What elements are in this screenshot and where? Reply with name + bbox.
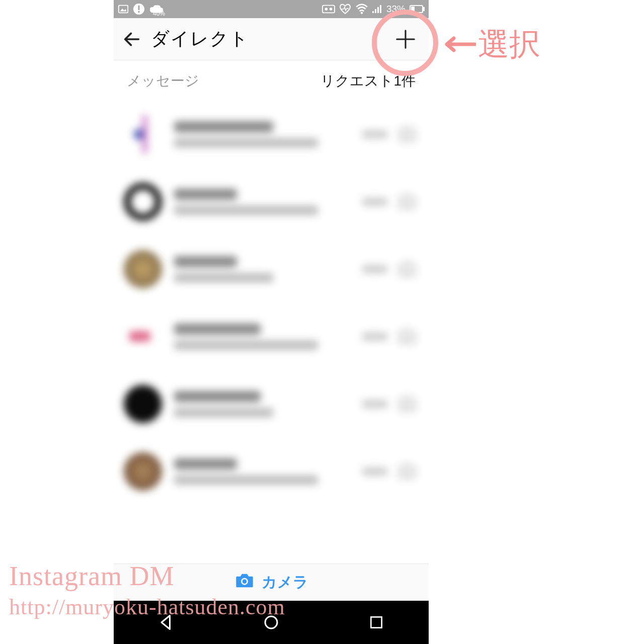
camera-icon[interactable] bbox=[395, 392, 419, 416]
svg-point-21 bbox=[404, 469, 411, 476]
camera-icon[interactable] bbox=[395, 190, 419, 213]
avatar bbox=[124, 115, 162, 153]
list-item[interactable] bbox=[119, 370, 424, 438]
vr-icon bbox=[322, 5, 335, 14]
phone-frame: 40% 33% bbox=[114, 0, 429, 644]
svg-point-16 bbox=[404, 132, 411, 139]
watermark-line2: http://muryoku-hatsuden.com bbox=[9, 593, 285, 621]
avatar bbox=[124, 250, 162, 288]
list-item[interactable] bbox=[119, 235, 424, 303]
svg-marker-1 bbox=[120, 9, 127, 12]
svg-rect-4 bbox=[138, 11, 140, 13]
heart-icon bbox=[339, 3, 351, 15]
svg-rect-11 bbox=[377, 7, 379, 13]
camera-icon[interactable] bbox=[395, 325, 419, 348]
svg-rect-14 bbox=[423, 7, 425, 11]
svg-point-18 bbox=[404, 267, 411, 274]
svg-point-17 bbox=[404, 199, 411, 206]
avatar bbox=[124, 317, 162, 356]
svg-point-7 bbox=[330, 8, 333, 11]
avatar bbox=[124, 183, 162, 221]
svg-rect-5 bbox=[323, 6, 335, 13]
svg-point-6 bbox=[325, 8, 328, 11]
svg-rect-3 bbox=[138, 6, 140, 10]
wifi-icon bbox=[355, 4, 368, 15]
camera-icon[interactable] bbox=[395, 460, 419, 483]
list-item[interactable] bbox=[119, 303, 424, 370]
conversation-list[interactable] bbox=[114, 101, 429, 564]
avatar bbox=[124, 452, 162, 491]
svg-point-19 bbox=[404, 334, 411, 341]
svg-point-8 bbox=[361, 12, 363, 14]
list-item[interactable] bbox=[119, 438, 424, 505]
avatar bbox=[124, 385, 162, 423]
svg-rect-10 bbox=[375, 9, 376, 13]
app-header: ダイレクト bbox=[114, 18, 429, 60]
picture-icon bbox=[118, 4, 129, 15]
nav-recents-button[interactable] bbox=[364, 610, 389, 635]
page-title: ダイレクト bbox=[151, 27, 249, 51]
cloud-percent: 40% bbox=[153, 10, 165, 17]
annotation-arrow: 選択 bbox=[441, 23, 540, 65]
cloud-icon: 40% bbox=[149, 4, 164, 14]
battery-icon bbox=[410, 5, 425, 13]
back-button[interactable] bbox=[122, 29, 142, 49]
requests-link[interactable]: リクエスト1件 bbox=[320, 71, 416, 91]
sub-header: メッセージ リクエスト1件 bbox=[114, 60, 429, 101]
compose-button[interactable] bbox=[390, 24, 421, 54]
svg-rect-25 bbox=[371, 617, 381, 627]
camera-icon[interactable] bbox=[395, 123, 419, 146]
signal-icon bbox=[372, 5, 382, 14]
svg-rect-9 bbox=[372, 11, 374, 13]
svg-rect-0 bbox=[119, 6, 128, 13]
svg-rect-12 bbox=[380, 5, 381, 13]
status-bar: 40% 33% bbox=[114, 0, 429, 18]
watermark-line1: Instagram DM bbox=[9, 559, 285, 594]
list-item[interactable] bbox=[119, 168, 424, 235]
annotation-text: 選択 bbox=[478, 23, 540, 65]
svg-point-20 bbox=[404, 401, 411, 409]
camera-icon[interactable] bbox=[395, 258, 419, 281]
messages-tab[interactable]: メッセージ bbox=[127, 71, 199, 91]
svg-rect-15 bbox=[411, 7, 415, 12]
watermark: Instagram DM http://muryoku-hatsuden.com bbox=[9, 559, 285, 621]
alert-icon bbox=[133, 3, 145, 15]
battery-percent: 33% bbox=[386, 4, 406, 15]
list-item[interactable] bbox=[119, 101, 424, 168]
